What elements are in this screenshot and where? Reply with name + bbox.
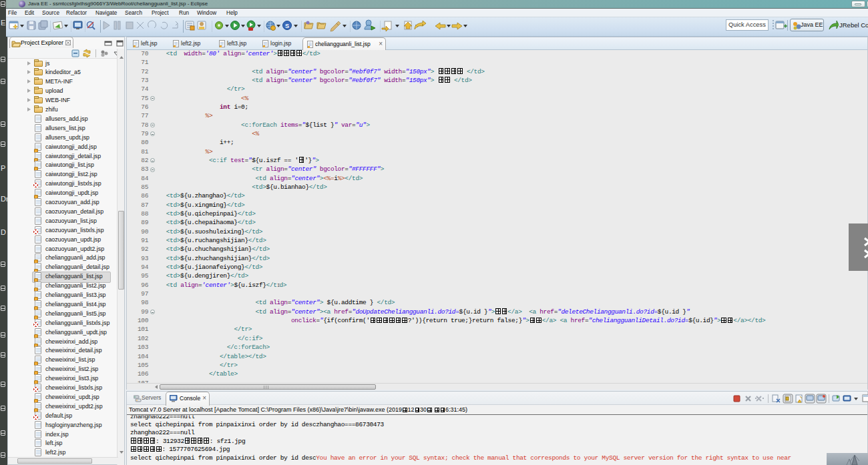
svg-text:S: S [285, 23, 289, 29]
